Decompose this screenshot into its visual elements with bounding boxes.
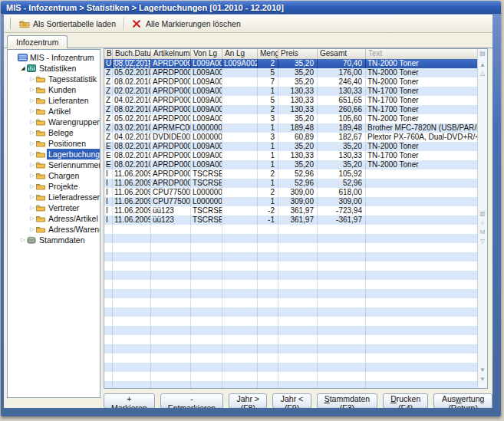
- column-header-b[interactable]: B: [104, 49, 113, 59]
- column-header-an-lg[interactable]: An Lg: [222, 49, 258, 59]
- table-row[interactable]: E08.02.2010 /MoAPRDP00003L009A002135,203…: [104, 160, 478, 169]
- table-folder-icon: [19, 19, 30, 28]
- expand-icon[interactable]: ▷: [28, 213, 36, 224]
- folder-icon: [36, 172, 47, 179]
- tab-infozentrum[interactable]: Infozentrum: [7, 35, 68, 48]
- column-header-menge[interactable]: Menge: [258, 49, 278, 59]
- tree-item-chargen[interactable]: ▷Chargen: [8, 170, 100, 181]
- tree-item-mis-infozentrum[interactable]: MIS - Infozentrum: [8, 52, 100, 63]
- table-row[interactable]: Z08.02.2010 /MoAPRDP00001L009A002735,202…: [104, 77, 478, 87]
- scroll-down-icon[interactable]: ▼: [478, 367, 487, 374]
- tree-item-projekte[interactable]: ▷Projekte: [8, 181, 100, 192]
- tree-item-kunden[interactable]: ▷Kunden: [8, 84, 100, 95]
- expand-icon[interactable]: ▷: [28, 127, 36, 138]
- column-header-text[interactable]: Text: [366, 49, 478, 59]
- expand-icon[interactable]: ▷: [19, 235, 27, 245]
- window-title: MIS - Infozentrum > Statistiken > Lagerb…: [6, 3, 284, 12]
- collapse-icon[interactable]: ◢: [19, 63, 27, 74]
- table-row[interactable]: Z08.02.2010 /MoAPRDP00002L009A0012130,33…: [104, 105, 478, 114]
- tree-item-belege[interactable]: ▷Belege: [8, 127, 100, 138]
- table-row[interactable]: I11.06.2009 /DoCPU77500007L00000011309,0…: [104, 197, 478, 206]
- columns-icon[interactable]: ▥: [478, 210, 487, 218]
- tree-item-tagesstatistik[interactable]: ▷Tagesstatistik: [8, 74, 100, 84]
- table-row[interactable]: I11.06.2009 /DoAPRDP00004TSCRSE02152,965…: [104, 179, 478, 188]
- column-header-von-lg[interactable]: Von Lg: [191, 49, 222, 59]
- table-cell: APRDP00001: [151, 59, 191, 68]
- tree-item-stammdaten[interactable]: ▷Stammdaten: [8, 235, 100, 245]
- search-icon[interactable]: ○: [478, 219, 487, 227]
- table-row[interactable]: Z04.02.2010 /DoDVDIDE00016L0000001360,89…: [104, 133, 478, 142]
- load-sort-table-button[interactable]: Als Sortiertabelle laden: [15, 18, 120, 30]
- table-row[interactable]: U08.02.2010APRDP00001L009A001L009A002235…: [104, 59, 478, 68]
- table-row[interactable]: I11.06.2009 /Doüü123TSCRSE03-2361,97-723…: [104, 206, 478, 215]
- table-row[interactable]: I11.06.2009 /DoCPU77500007L00000012309,0…: [104, 188, 478, 197]
- grid-scrollbar-gutter[interactable]: ▤▲△▥○M▽▼▼: [477, 49, 487, 388]
- column-header-artikelnummer[interactable]: Artikelnummer: [151, 49, 191, 59]
- clear-all-marks-button[interactable]: Alle Markierungen löschen: [127, 18, 245, 30]
- table-cell: APRDP00003: [151, 114, 191, 123]
- table-row[interactable]: Z04.02.2010 /DoAPRDP00002L009A0015130,33…: [104, 96, 478, 105]
- tree-item-warengruppen[interactable]: ▷Warengruppen: [8, 117, 100, 127]
- table-row[interactable]: I11.06.2009 /DoAPRDP00004TSCRSE02252,961…: [104, 169, 478, 179]
- table-row[interactable]: Z03.02.2010 /MiAPRMFC00001L00000011189,4…: [104, 123, 478, 133]
- table-row[interactable]: E08.02.2010 /MoAPRDP00001L009A002135,203…: [104, 142, 478, 151]
- table-cell: CPU77500007: [151, 188, 191, 197]
- table-row[interactable]: I11.06.2009 /Doüü123TSCRSE03-1361,97-361…: [104, 215, 478, 225]
- tree-item-adress-warengruppen[interactable]: ▷Adress/Warengruppen: [8, 224, 100, 235]
- table-cell: 105,60: [318, 114, 366, 123]
- year-back-button[interactable]: Jahr < (F9): [272, 393, 311, 408]
- tree-item-adress-artikel[interactable]: ▷Adress/Artikel: [8, 213, 100, 224]
- expand-icon[interactable]: ▷: [28, 149, 36, 160]
- drucken-button[interactable]: Drucken (F4): [383, 393, 428, 408]
- column-header-buch-datum[interactable]: Buch.Datum: [113, 49, 151, 59]
- expand-icon[interactable]: ▷: [28, 181, 36, 192]
- tree-item-lagerbuchungen[interactable]: ▷Lagerbuchungen: [8, 149, 100, 160]
- expand-icon[interactable]: ▷: [28, 224, 36, 235]
- toolbar-grip[interactable]: [7, 18, 11, 29]
- folder-icon: [36, 150, 47, 158]
- expand-icon[interactable]: ▷: [28, 106, 36, 117]
- table-cell: TN-2000 Toner: [366, 68, 478, 77]
- column-header-gesamt[interactable]: Gesamt: [318, 49, 366, 59]
- table-cell: 7: [258, 77, 278, 87]
- stammdaten-button[interactable]: Stammdaten (F3): [317, 393, 378, 408]
- table-cell: Z: [104, 133, 113, 142]
- expand-icon[interactable]: ▷: [28, 138, 36, 149]
- table-cell: [258, 271, 278, 280]
- tree-item-label: Adress/Warengruppen: [47, 224, 100, 235]
- title-bar[interactable]: MIS - Infozentrum > Statistiken > Lagerb…: [1, 1, 501, 14]
- scroll-up-icon[interactable]: △: [478, 70, 487, 77]
- tree-item-artikel[interactable]: ▷Artikel: [8, 106, 100, 117]
- tree-item-seriennummern[interactable]: ▷Seriennummern: [8, 160, 100, 170]
- column-header-preis[interactable]: Preis: [278, 49, 318, 59]
- expand-icon[interactable]: ▷: [28, 192, 36, 202]
- table-row[interactable]: E08.02.2010 /MoAPRDP00002L009A0011130,33…: [104, 151, 478, 160]
- tree-item-lieferanten[interactable]: ▷Lieferanten: [8, 95, 100, 106]
- year-forward-button[interactable]: Jahr > (F8): [229, 393, 267, 408]
- table-cell: [258, 252, 278, 261]
- tree-item-statistiken[interactable]: ◢Statistiken: [8, 63, 100, 74]
- auswertung-button[interactable]: Auswertung (Return): [433, 393, 492, 408]
- header-options-icon[interactable]: ▤: [478, 50, 487, 58]
- table-row[interactable]: Z05.02.2010 /FrAPRDP00001L009A002535,201…: [104, 68, 478, 77]
- tree-item-vertreter[interactable]: ▷Vertreter: [8, 202, 100, 213]
- table-row[interactable]: Z05.02.2010 /FrAPRDP00003L009A002335,201…: [104, 114, 478, 123]
- sum-icon[interactable]: M: [478, 229, 487, 236]
- tree-item-positionen[interactable]: ▷Positionen: [8, 138, 100, 149]
- table-row[interactable]: Z02.02.2010 /DiAPRDP00002L009A0011130,33…: [104, 87, 478, 96]
- expand-icon[interactable]: ▷: [28, 95, 36, 106]
- expand-icon[interactable]: ▷: [28, 74, 36, 84]
- table-cell: [258, 234, 278, 243]
- filter-icon[interactable]: ▽: [478, 238, 487, 245]
- scroll-bottom-icon[interactable]: ▼: [478, 376, 487, 383]
- scroll-top-icon[interactable]: ▲: [478, 61, 487, 69]
- expand-icon[interactable]: ▷: [28, 84, 36, 95]
- tree-item-lieferadressen[interactable]: ▷Lieferadressen: [8, 192, 100, 202]
- unmark-button[interactable]: - Entmarkieren: [160, 393, 223, 408]
- expand-icon[interactable]: ▷: [28, 202, 36, 213]
- expand-icon[interactable]: ▷: [28, 170, 36, 181]
- table-cell: 05.02.2010 /Fr: [113, 68, 151, 77]
- expand-icon[interactable]: ▷: [28, 160, 36, 170]
- expand-icon[interactable]: ▷: [28, 117, 36, 127]
- mark-button[interactable]: + Markieren: [104, 393, 155, 408]
